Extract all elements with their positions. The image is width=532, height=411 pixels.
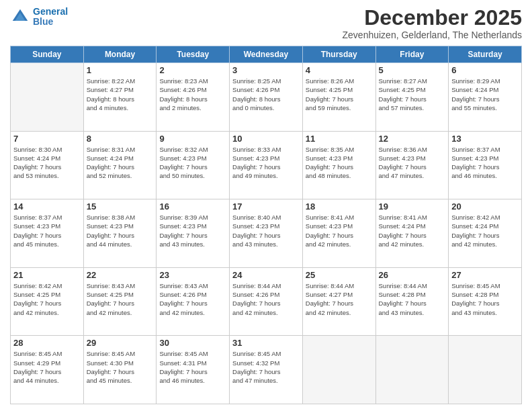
day-info-line: Daylight: 7 hours	[159, 367, 226, 376]
day-info-line: Sunrise: 8:25 AM	[232, 77, 300, 85]
week-row-3: 14Sunrise: 8:37 AMSunset: 4:23 PMDayligh…	[11, 199, 522, 268]
day-number: 24	[232, 270, 300, 280]
day-info-line: Daylight: 8 hours	[232, 95, 300, 103]
day-info-line: Daylight: 7 hours	[451, 95, 519, 103]
day-info-line: Sunset: 4:23 PM	[159, 222, 226, 230]
month-title: December 2025	[343, 7, 522, 28]
day-info-line: Daylight: 7 hours	[13, 299, 81, 308]
day-info: Sunrise: 8:37 AMSunset: 4:23 PMDaylight:…	[451, 145, 519, 181]
day-info-line: and 43 minutes.	[451, 308, 519, 317]
day-number: 19	[379, 201, 446, 212]
day-info-line: Sunset: 4:25 PM	[306, 85, 373, 94]
day-number: 5	[379, 65, 446, 75]
day-info: Sunrise: 8:38 AMSunset: 4:23 PMDaylight:…	[87, 213, 154, 248]
day-cell: 27Sunrise: 8:45 AMSunset: 4:28 PMDayligh…	[449, 267, 522, 336]
day-cell	[375, 336, 449, 404]
day-cell	[449, 336, 522, 404]
day-cell: 6Sunrise: 8:29 AMSunset: 4:24 PMDaylight…	[449, 63, 522, 132]
day-info-line: Sunset: 4:27 PM	[87, 85, 154, 94]
day-info: Sunrise: 8:31 AMSunset: 4:24 PMDaylight:…	[87, 145, 154, 181]
day-cell: 13Sunrise: 8:37 AMSunset: 4:23 PMDayligh…	[449, 131, 522, 199]
header-row: SundayMondayTuesdayWednesdayThursdayFrid…	[11, 46, 522, 63]
day-cell: 29Sunrise: 8:45 AMSunset: 4:30 PMDayligh…	[83, 336, 157, 404]
day-info-line: Sunrise: 8:36 AM	[379, 145, 446, 154]
day-info-line: and 52 minutes.	[87, 171, 154, 180]
day-info-line: Daylight: 7 hours	[232, 163, 300, 171]
day-info-line: and 46 minutes.	[159, 376, 226, 385]
day-info-line: Daylight: 7 hours	[451, 231, 519, 240]
day-cell: 31Sunrise: 8:45 AMSunset: 4:32 PMDayligh…	[230, 336, 303, 404]
calendar-header: SundayMondayTuesdayWednesdayThursdayFrid…	[11, 46, 522, 63]
day-info-line: and 45 minutes.	[87, 376, 154, 385]
day-info-line: Sunset: 4:24 PM	[87, 154, 154, 163]
day-info-line: and 2 minutes.	[159, 103, 226, 112]
day-number: 21	[13, 270, 81, 280]
day-cell: 10Sunrise: 8:33 AMSunset: 4:23 PMDayligh…	[230, 131, 303, 199]
day-info: Sunrise: 8:23 AMSunset: 4:26 PMDaylight:…	[159, 77, 226, 112]
day-info-line: Daylight: 7 hours	[87, 367, 154, 376]
day-info-line: and 42 minutes.	[87, 308, 154, 317]
logo-text: General Blue	[33, 7, 68, 28]
day-info-line: Sunrise: 8:39 AM	[159, 213, 226, 222]
day-info-line: Sunrise: 8:29 AM	[451, 77, 519, 85]
day-info-line: and 57 minutes.	[379, 103, 446, 112]
day-info-line: Daylight: 7 hours	[13, 163, 81, 171]
day-info-line: and 42 minutes.	[232, 308, 300, 317]
day-info-line: Sunset: 4:24 PM	[451, 85, 519, 94]
day-info: Sunrise: 8:45 AMSunset: 4:32 PMDaylight:…	[232, 349, 300, 385]
day-info-line: Sunset: 4:26 PM	[232, 290, 300, 299]
day-cell: 28Sunrise: 8:45 AMSunset: 4:29 PMDayligh…	[11, 336, 84, 404]
day-number: 3	[232, 65, 300, 75]
day-info: Sunrise: 8:42 AMSunset: 4:24 PMDaylight:…	[451, 213, 519, 248]
day-info-line: Sunset: 4:23 PM	[87, 222, 154, 230]
day-cell: 19Sunrise: 8:41 AMSunset: 4:24 PMDayligh…	[375, 199, 449, 268]
day-info: Sunrise: 8:44 AMSunset: 4:27 PMDaylight:…	[306, 281, 373, 317]
day-info-line: Sunset: 4:24 PM	[451, 222, 519, 230]
day-info-line: Sunset: 4:23 PM	[451, 154, 519, 163]
day-info-line: Sunset: 4:27 PM	[306, 290, 373, 299]
day-info-line: Sunrise: 8:44 AM	[379, 281, 446, 290]
day-cell: 25Sunrise: 8:44 AMSunset: 4:27 PMDayligh…	[302, 267, 375, 336]
day-info-line: Sunset: 4:23 PM	[379, 154, 446, 163]
day-info-line: Sunset: 4:24 PM	[379, 222, 446, 230]
day-info-line: Daylight: 7 hours	[232, 299, 300, 308]
day-info-line: Sunset: 4:23 PM	[159, 154, 226, 163]
day-cell: 4Sunrise: 8:26 AMSunset: 4:25 PMDaylight…	[302, 63, 375, 132]
day-info-line: Sunset: 4:29 PM	[13, 359, 81, 367]
day-cell: 5Sunrise: 8:27 AMSunset: 4:25 PMDaylight…	[375, 63, 449, 132]
day-info-line: Sunrise: 8:23 AM	[159, 77, 226, 85]
day-info-line: Sunset: 4:23 PM	[13, 222, 81, 230]
day-number: 29	[87, 338, 154, 348]
page: General Blue December 2025 Zevenhuizen, …	[0, 0, 532, 411]
day-info-line: and 43 minutes.	[232, 240, 300, 248]
day-info-line: and 48 minutes.	[306, 171, 373, 180]
day-number: 25	[306, 270, 373, 280]
day-info-line: Sunrise: 8:44 AM	[232, 281, 300, 290]
day-number: 4	[306, 65, 373, 75]
day-cell: 1Sunrise: 8:22 AMSunset: 4:27 PMDaylight…	[83, 63, 157, 132]
day-cell: 12Sunrise: 8:36 AMSunset: 4:23 PMDayligh…	[375, 131, 449, 199]
day-cell: 22Sunrise: 8:43 AMSunset: 4:25 PMDayligh…	[83, 267, 157, 336]
day-cell: 2Sunrise: 8:23 AMSunset: 4:26 PMDaylight…	[157, 63, 230, 132]
day-info-line: Sunrise: 8:42 AM	[451, 213, 519, 222]
day-info-line: Daylight: 7 hours	[451, 299, 519, 308]
day-info: Sunrise: 8:44 AMSunset: 4:28 PMDaylight:…	[379, 281, 446, 317]
day-info-line: and 47 minutes.	[379, 171, 446, 180]
day-number: 15	[87, 201, 154, 212]
week-row-2: 7Sunrise: 8:30 AMSunset: 4:24 PMDaylight…	[11, 131, 522, 199]
day-info-line: Sunrise: 8:30 AM	[13, 145, 81, 154]
day-info: Sunrise: 8:29 AMSunset: 4:24 PMDaylight:…	[451, 77, 519, 112]
day-info: Sunrise: 8:40 AMSunset: 4:23 PMDaylight:…	[232, 213, 300, 248]
day-info-line: Sunrise: 8:45 AM	[159, 349, 226, 358]
day-number: 10	[232, 134, 300, 144]
day-info: Sunrise: 8:25 AMSunset: 4:26 PMDaylight:…	[232, 77, 300, 112]
day-info-line: Sunrise: 8:44 AM	[306, 281, 373, 290]
subtitle: Zevenhuizen, Gelderland, The Netherlands	[343, 30, 522, 40]
day-info-line: Sunset: 4:31 PM	[159, 359, 226, 367]
day-info-line: Sunset: 4:24 PM	[13, 154, 81, 163]
day-info: Sunrise: 8:30 AMSunset: 4:24 PMDaylight:…	[13, 145, 81, 181]
day-cell: 18Sunrise: 8:41 AMSunset: 4:23 PMDayligh…	[302, 199, 375, 268]
day-info-line: Daylight: 7 hours	[306, 95, 373, 103]
logo: General Blue	[10, 7, 68, 28]
day-cell: 7Sunrise: 8:30 AMSunset: 4:24 PMDaylight…	[11, 131, 84, 199]
